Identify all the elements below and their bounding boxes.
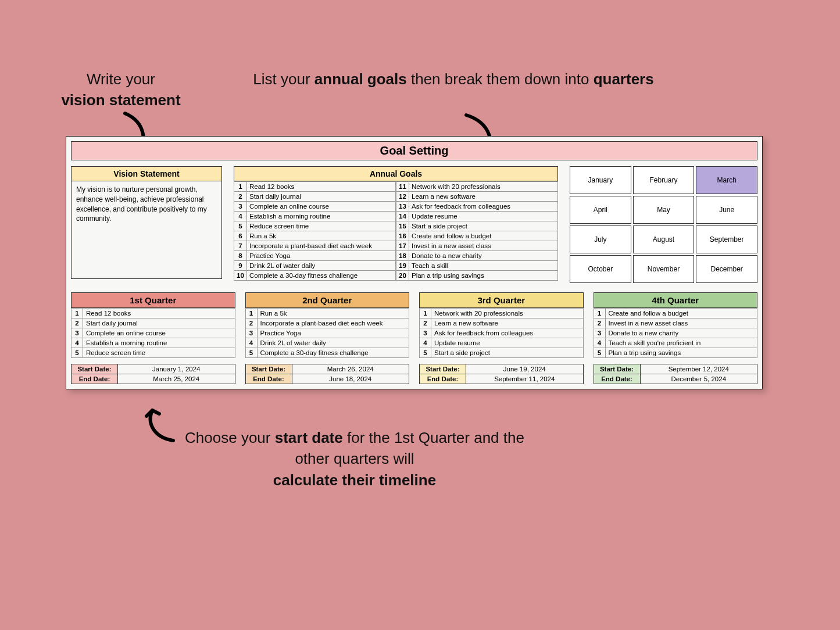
annual-goal-row: 13Ask for feedback from colleagues [396, 202, 558, 212]
quarter-goal-text[interactable]: Invest in a new asset class [605, 318, 757, 328]
annual-goal-number: 1 [234, 182, 247, 192]
annual-goal-text[interactable]: Reduce screen time [247, 221, 396, 231]
annual-goal-text[interactable]: Drink 2L of water daily [247, 261, 396, 271]
annual-goal-row: 5Reduce screen time [234, 221, 396, 231]
annual-goal-text[interactable]: Donate to a new charity [409, 251, 558, 261]
month-cell[interactable]: February [633, 166, 695, 194]
quarter-goal-text[interactable]: Network with 20 professionals [431, 309, 584, 318]
annual-goal-text[interactable]: Ask for feedback from colleagues [409, 202, 558, 212]
quarter-1: 1st Quarter1Read 12 books2Start daily jo… [71, 292, 235, 384]
date-value-start[interactable]: June 19, 2024 [466, 364, 584, 374]
annual-goal-row: 6Run a 5k [234, 231, 396, 241]
annual-goal-text[interactable]: Network with 20 professionals [409, 182, 558, 192]
month-cell[interactable]: January [570, 166, 631, 194]
quarter-goal-number: 3 [72, 328, 83, 338]
annual-goal-text[interactable]: Invest in a new asset class [409, 241, 558, 251]
month-cell[interactable]: October [570, 255, 631, 283]
date-value-end[interactable]: June 18, 2024 [292, 374, 409, 384]
quarter-goal-text[interactable]: Run a 5k [257, 309, 409, 318]
arrow-dates-icon [140, 406, 180, 446]
annual-goal-text[interactable]: Teach a skill [409, 261, 558, 271]
date-value-start[interactable]: September 12, 2024 [640, 364, 757, 374]
annual-goal-number: 16 [396, 231, 409, 241]
quarter-goal-number: 1 [594, 309, 605, 318]
annual-goal-row: 19Teach a skill [396, 261, 558, 271]
annual-goal-text[interactable]: Learn a new software [409, 192, 558, 202]
quarter-header: 3rd Quarter [419, 292, 584, 308]
date-value-end[interactable]: September 11, 2024 [466, 374, 584, 384]
vision-text[interactable]: My vision is to nurture personal growth,… [71, 181, 222, 279]
date-label-end: End Date: [420, 374, 466, 384]
annual-goal-number: 3 [234, 202, 247, 212]
quarter-goal-text[interactable]: Learn a new software [431, 318, 584, 328]
quarter-goal-text[interactable]: Complete a 30-day fitness challenge [257, 348, 409, 358]
quarter-goal-text[interactable]: Establish a morning routine [83, 338, 235, 348]
annual-goal-text[interactable]: Run a 5k [247, 231, 396, 241]
callout-vision: Write your vision statement [28, 69, 214, 111]
quarter-goal-number: 1 [72, 309, 83, 318]
quarter-goal-text[interactable]: Create and follow a budget [605, 309, 757, 318]
quarter-goal-text[interactable]: Complete an online course [83, 328, 235, 338]
month-cell[interactable]: May [633, 196, 695, 224]
quarter-goal-text[interactable]: Drink 2L of water daily [257, 338, 409, 348]
annual-goal-text[interactable]: Read 12 books [247, 182, 396, 192]
annual-goal-text[interactable]: Create and follow a budget [409, 231, 558, 241]
months-section: JanuaryFebruaryMarchAprilMayJuneJulyAugu… [570, 166, 757, 281]
annual-goal-row: 11Network with 20 professionals [396, 182, 558, 192]
quarter-3: 3rd Quarter1Network with 20 professional… [419, 292, 584, 384]
date-value-start[interactable]: March 26, 2024 [292, 364, 409, 374]
annual-goal-number: 14 [396, 212, 409, 221]
month-cell[interactable]: March [696, 166, 757, 194]
annual-goal-number: 7 [234, 241, 247, 251]
quarter-goals: 1Network with 20 professionals2Learn a n… [419, 308, 584, 358]
date-value-start[interactable]: January 1, 2024 [118, 364, 235, 374]
quarter-goal-text[interactable]: Plan a trip using savings [605, 348, 757, 358]
quarter-goal-number: 3 [420, 328, 431, 338]
quarter-goal-text[interactable]: Start a side project [431, 348, 584, 358]
vision-header: Vision Statement [71, 166, 222, 181]
annual-goal-row: 17Invest in a new asset class [396, 241, 558, 251]
quarter-goal-number: 1 [420, 309, 431, 318]
month-cell[interactable]: November [633, 255, 695, 283]
date-label-end: End Date: [72, 374, 118, 384]
annual-goal-text[interactable]: Incorporate a plant-based diet each week [247, 241, 396, 251]
quarter-goal-text[interactable]: Practice Yoga [257, 328, 409, 338]
annual-goal-text[interactable]: Plan a trip using savings [409, 271, 558, 281]
annual-goal-number: 5 [234, 221, 247, 231]
month-cell[interactable]: June [696, 196, 757, 224]
quarter-header: 2nd Quarter [245, 292, 410, 308]
annual-goal-row: 1Read 12 books [234, 182, 396, 192]
quarter-goal-number: 4 [420, 338, 431, 348]
date-value-end[interactable]: December 5, 2024 [640, 374, 757, 384]
quarter-goal-text[interactable]: Start daily journal [83, 318, 235, 328]
date-label-start: Start Date: [420, 364, 466, 374]
annual-goal-number: 18 [396, 251, 409, 261]
quarter-goal-text[interactable]: Donate to a new charity [605, 328, 757, 338]
quarter-goal-text[interactable]: Reduce screen time [83, 348, 235, 358]
month-cell[interactable]: July [570, 225, 631, 253]
annual-goal-text[interactable]: Complete a 30-day fitness challenge [247, 271, 396, 281]
annual-goal-text[interactable]: Complete an online course [247, 202, 396, 212]
month-cell[interactable]: August [633, 225, 695, 253]
date-value-end[interactable]: March 25, 2024 [118, 374, 235, 384]
quarter-goal-text[interactable]: Incorporate a plant-based diet each week [257, 318, 409, 328]
month-cell[interactable]: September [696, 225, 757, 253]
annual-goal-number: 15 [396, 221, 409, 231]
annual-goal-text[interactable]: Start a side project [409, 221, 558, 231]
quarter-goal-number: 4 [72, 338, 83, 348]
quarter-goal-text[interactable]: Update resume [431, 338, 584, 348]
month-cell[interactable]: December [696, 255, 757, 283]
quarter-goal-text[interactable]: Ask for feedback from colleagues [431, 328, 584, 338]
annual-goal-text[interactable]: Practice Yoga [247, 251, 396, 261]
quarter-goal-text[interactable]: Teach a skill you're proficient in [605, 338, 757, 348]
annual-goal-number: 9 [234, 261, 247, 271]
month-cell[interactable]: April [570, 196, 631, 224]
quarter-goals: 1Read 12 books2Start daily journal3Compl… [71, 308, 235, 358]
annual-goal-row: 14Update resume [396, 212, 558, 221]
quarter-goal-text[interactable]: Read 12 books [83, 309, 235, 318]
quarter-dates: Start Date:March 26, 2024End Date:June 1… [245, 364, 410, 384]
annual-goal-text[interactable]: Start daily journal [247, 192, 396, 202]
annual-goal-text[interactable]: Update resume [409, 212, 558, 221]
annual-goal-number: 4 [234, 212, 247, 221]
annual-goal-text[interactable]: Establish a morning routine [247, 212, 396, 221]
